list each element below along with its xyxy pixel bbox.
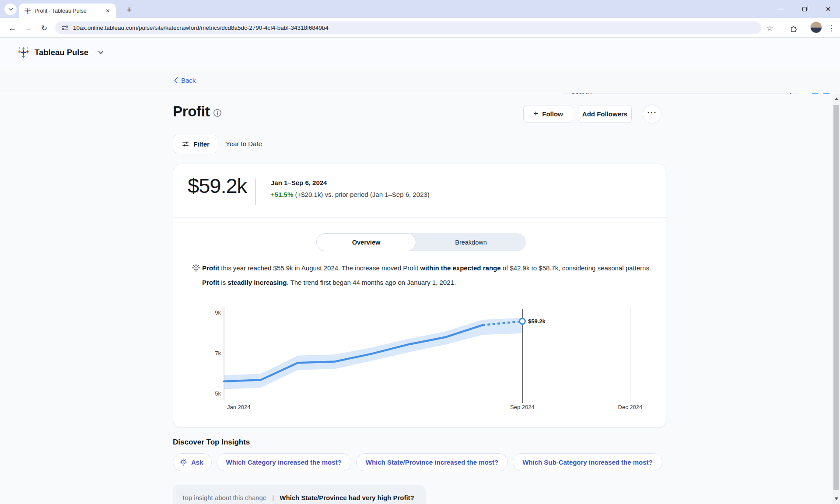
bulb-icon (179, 458, 188, 467)
metric-card: $59.2k Jan 1–Sep 6, 2024 +51.5% (+$20.1k… (173, 164, 666, 428)
new-tab-button[interactable]: + (122, 4, 136, 17)
tab-title: Profit - Tableau Pulse (35, 8, 104, 14)
tableau-favicon (24, 7, 31, 14)
close-button[interactable]: ✕ (816, 0, 840, 18)
url-text: 10ax.online.tableau.com/pulse/site/katec… (73, 24, 329, 31)
insight-paragraph: Profit this year reached $55.9k in Augus… (202, 262, 658, 274)
tab-overview[interactable]: Overview (316, 233, 416, 251)
separator: | (272, 494, 274, 501)
delta-comparison: (+$20.1k) vs. prior period (Jan 1–Sep 6,… (293, 191, 429, 198)
bookmark-star-button[interactable]: ☆ (766, 22, 773, 34)
restore-button[interactable] (793, 0, 816, 18)
tab-search-button[interactable] (4, 4, 17, 15)
follow-button[interactable]: + Follow (523, 105, 573, 123)
site-settings-icon[interactable] (61, 24, 69, 32)
browser-profile-avatar[interactable] (810, 21, 822, 33)
top-insight-bar[interactable]: Top insight about this change | Which St… (173, 485, 426, 504)
tableau-pulse-window: Profit - Tableau Pulse ✕ + ✕ ← → ↻ 10ax.… (0, 0, 840, 504)
page-title: Profit (173, 103, 210, 120)
tab-breakdown[interactable]: Breakdown (416, 233, 526, 251)
extensions-button[interactable] (789, 22, 798, 34)
suggestion-pill[interactable]: Which State/Province increased the most? (356, 453, 508, 471)
insight-suggestions: Ask Which Category increased the most?Wh… (173, 453, 662, 471)
info-icon[interactable] (213, 108, 222, 119)
top-insight-question: Which State/Province had very high Profi… (280, 494, 414, 501)
time-range-label: Year to Date (226, 140, 262, 147)
address-bar[interactable]: 10ax.online.tableau.com/pulse/site/katec… (55, 21, 761, 34)
filter-button[interactable]: Filter (173, 135, 218, 153)
tab-close-button[interactable]: ✕ (104, 7, 112, 15)
scrollbar-thumb[interactable] (833, 105, 839, 490)
chevron-left-icon (174, 77, 178, 84)
y-tick-label: $31.7k (215, 350, 221, 357)
x-axis-label: Jan 2024 (227, 404, 251, 410)
scroll-up-button[interactable] (833, 94, 840, 104)
browser-back-button[interactable]: ← (6, 22, 18, 34)
follow-label: Follow (542, 110, 563, 118)
suggestion-pill[interactable]: Which Sub-Category increased the most? (513, 453, 662, 471)
filter-icon (182, 140, 189, 148)
delta-percent: +51.5% (271, 191, 293, 198)
chevron-down-icon (8, 8, 13, 11)
insight-icon (191, 263, 201, 275)
ask-label: Ask (191, 458, 203, 466)
metric-value: $59.2k (188, 174, 247, 198)
app-title: Tableau Pulse (35, 48, 88, 57)
browser-forward-button[interactable]: → (22, 22, 34, 34)
metric-period: Jan 1–Sep 6, 2024 (271, 179, 327, 186)
tableau-pulse-logo (18, 46, 29, 58)
plus-icon: + (533, 109, 538, 119)
page-scrollbar[interactable] (833, 94, 840, 504)
minimize-button[interactable] (769, 0, 793, 18)
browser-menu-button[interactable]: ⋮ (828, 22, 835, 34)
scroll-down-button[interactable] (833, 494, 840, 504)
insight-paragraph: Profit is steadily increasing. The trend… (202, 277, 658, 288)
current-value-marker (519, 318, 525, 324)
filter-label: Filter (193, 140, 210, 148)
add-followers-button[interactable]: Add Followers (578, 105, 632, 123)
metric-delta: +51.5% (+$20.1k) vs. prior period (Jan 1… (271, 191, 430, 198)
divider (173, 217, 666, 218)
ask-button[interactable]: Ask (173, 453, 212, 471)
divider (255, 178, 256, 205)
more-options-button[interactable]: ··· (643, 105, 662, 123)
current-value-label: $59.2k (528, 318, 546, 325)
y-tick-label: -$3.5k (215, 390, 221, 397)
browser-tab[interactable]: Profit - Tableau Pulse ✕ (19, 4, 116, 18)
discover-heading: Discover Top Insights (173, 438, 250, 447)
top-insight-label: Top insight about this change (182, 494, 266, 501)
suggestion-pill[interactable]: Which Category increased the most? (217, 453, 351, 471)
app-brand[interactable]: Tableau Pulse (18, 46, 104, 58)
x-axis-label: Sep 2024 (510, 404, 535, 410)
reload-button[interactable]: ↻ (38, 22, 50, 34)
chevron-down-icon[interactable] (98, 51, 104, 54)
profit-trend-chart[interactable]: $59.2k$66.9k$31.7k-$3.5kJan 2024Sep 2024… (215, 306, 657, 415)
browser-tab-strip: Profit - Tableau Pulse ✕ + ✕ (0, 0, 840, 18)
main-content: Profit + Follow Add Followers ··· Filter… (0, 94, 833, 504)
pulse-header: Tableau Pulse (0, 38, 840, 69)
y-tick-label: $66.9k (215, 309, 221, 316)
browser-toolbar: ← → ↻ 10ax.online.tableau.com/pulse/site… (0, 18, 840, 38)
add-followers-label: Add Followers (582, 110, 627, 118)
window-controls: ✕ (769, 0, 840, 18)
puzzle-icon (789, 24, 798, 32)
back-label: Back (181, 77, 196, 84)
back-bar: Back (0, 69, 840, 93)
insight-text: Profit this year reached $55.9k in Augus… (202, 262, 658, 288)
back-link[interactable]: Back (174, 77, 196, 84)
toolbar-divider (806, 21, 806, 31)
x-axis-label: Dec 2024 (618, 404, 643, 410)
tab-switcher: Overview Breakdown (316, 233, 526, 251)
